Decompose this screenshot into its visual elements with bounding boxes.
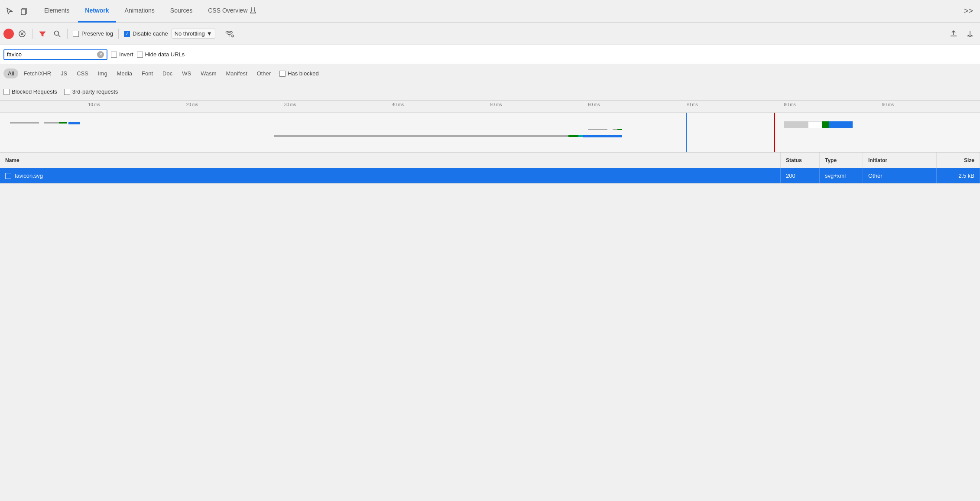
tab-network[interactable]: Network [78, 0, 116, 23]
bar-blue-1 [68, 122, 80, 124]
th-status[interactable]: Status [781, 153, 820, 168]
th-type[interactable]: Type [820, 153, 863, 168]
type-filter-bar: All Fetch/XHR JS CSS Img Media Font Doc … [0, 64, 980, 83]
tab-animations[interactable]: Animations [118, 0, 162, 23]
hide-data-urls-checkbox[interactable] [137, 52, 143, 58]
toolbar-divider-1 [32, 29, 32, 39]
throttle-arrow-icon: ▼ [207, 30, 212, 37]
ruler-mark-30ms: 30 ms [284, 102, 296, 107]
timeline-red-vline [774, 113, 775, 153]
timeline-ruler: 10 ms 20 ms 30 ms 40 ms 50 ms 60 ms 70 m… [0, 101, 980, 113]
bar-grey-3 [588, 129, 607, 130]
type-filter-doc[interactable]: Doc [158, 68, 177, 78]
type-filter-wasm[interactable]: Wasm [196, 68, 221, 78]
third-party-checkbox[interactable] [64, 89, 70, 95]
td-name: favicon.svg [0, 168, 781, 183]
type-filter-font[interactable]: Font [137, 68, 157, 78]
cursor-icon[interactable] [3, 5, 16, 17]
type-filter-fetch-xhr[interactable]: Fetch/XHR [19, 68, 55, 78]
td-status: 200 [781, 168, 820, 183]
type-filter-manifest[interactable]: Manifest [221, 68, 251, 78]
throttle-selector[interactable]: No throttling ▼ [172, 29, 215, 39]
type-filter-other[interactable]: Other [253, 68, 276, 78]
more-tabs-button[interactable]: >> [961, 7, 977, 16]
bar-box-blue [829, 121, 853, 128]
hide-data-urls-option[interactable]: Hide data URLs [137, 51, 185, 58]
table-row[interactable]: favicon.svg 200 svg+xml Other 2.5 kB [0, 168, 980, 184]
type-filter-img[interactable]: Img [94, 68, 112, 78]
th-name[interactable]: Name [0, 153, 781, 168]
bar-blue-long [583, 135, 622, 137]
ruler-mark-20ms: 20 ms [186, 102, 198, 107]
table-header: Name Status Type Initiator Size [0, 153, 980, 168]
tab-bar: Elements Network Animations Sources CSS … [0, 0, 980, 23]
upload-download-group [947, 27, 977, 40]
filter-icon-button[interactable] [36, 27, 49, 40]
ruler-mark-80ms: 80 ms [784, 102, 796, 107]
download-button[interactable] [964, 27, 977, 40]
invert-option[interactable]: Invert [111, 51, 133, 58]
row-checkbox[interactable] [5, 173, 11, 179]
wifi-settings-button[interactable] [223, 27, 236, 40]
blocked-requests-checkbox[interactable] [3, 89, 10, 95]
toolbar-divider-3 [118, 29, 119, 39]
search-button[interactable] [51, 27, 64, 40]
bar-grey-4 [613, 129, 617, 130]
tab-icon-group [3, 5, 30, 17]
flask-icon [250, 7, 256, 14]
upload-button[interactable] [947, 27, 960, 40]
ruler-mark-90ms: 90 ms [882, 102, 894, 107]
toolbar-divider-4 [219, 29, 219, 39]
bar-green-2 [568, 135, 578, 137]
tab-css-overview[interactable]: CSS Overview [201, 0, 263, 23]
type-filter-css[interactable]: CSS [72, 68, 93, 78]
bar-green-3 [617, 129, 622, 130]
bar-green-1 [59, 122, 67, 124]
timeline-content [0, 113, 980, 153]
ruler-mark-10ms: 10 ms [88, 102, 100, 107]
ruler-mark-40ms: 40 ms [392, 102, 404, 107]
blocked-requests-option[interactable]: Blocked Requests [3, 88, 57, 95]
disable-cache-label[interactable]: ✓ Disable cache [122, 30, 170, 37]
tab-elements[interactable]: Elements [37, 0, 76, 23]
network-toolbar: Preserve log ✓ Disable cache No throttli… [0, 23, 980, 45]
third-party-option[interactable]: 3rd-party requests [64, 88, 118, 95]
bar-box-grey [784, 121, 808, 128]
waterfall-row-4 [784, 121, 853, 128]
has-blocked-label: Has blocked [288, 70, 319, 77]
toolbar-divider-2 [67, 29, 68, 39]
disable-cache-checkbox[interactable]: ✓ [124, 31, 130, 37]
preserve-log-label[interactable]: Preserve log [71, 30, 115, 37]
ruler-mark-60ms: 60 ms [588, 102, 600, 107]
ruler-mark-70ms: 70 ms [686, 102, 698, 107]
record-button[interactable] [3, 29, 14, 39]
td-type: svg+xml [820, 168, 863, 183]
filter-bar: ✕ Invert Hide data URLs [0, 45, 980, 64]
waterfall-row-3 [0, 128, 980, 131]
bar-grey-end [549, 135, 568, 137]
type-filter-js[interactable]: JS [56, 68, 71, 78]
clear-search-button[interactable]: ✕ [97, 51, 104, 58]
clear-button[interactable] [16, 27, 29, 40]
td-initiator: Other [863, 168, 937, 183]
td-size: 2.5 kB [937, 168, 980, 183]
th-initiator[interactable]: Initiator [863, 153, 937, 168]
search-input[interactable] [7, 51, 97, 58]
has-blocked-option[interactable]: Has blocked [279, 70, 319, 77]
has-blocked-checkbox[interactable] [279, 71, 286, 77]
type-filter-all[interactable]: All [3, 68, 18, 78]
svg-line-4 [58, 35, 61, 37]
invert-checkbox[interactable] [111, 52, 117, 58]
search-box: ✕ [3, 49, 107, 60]
type-filter-media[interactable]: Media [113, 68, 136, 78]
timeline-area: 10 ms 20 ms 30 ms 40 ms 50 ms 60 ms 70 m… [0, 101, 980, 153]
tab-sources[interactable]: Sources [163, 0, 199, 23]
blocked-requests-bar: Blocked Requests 3rd-party requests [0, 83, 980, 101]
bar-grey-2 [44, 122, 59, 124]
th-size[interactable]: Size [937, 153, 980, 168]
svg-point-7 [232, 36, 233, 37]
type-filter-ws[interactable]: WS [178, 68, 195, 78]
bar-teal [578, 135, 583, 137]
copy-icon[interactable] [18, 5, 30, 17]
preserve-log-checkbox[interactable] [73, 31, 79, 37]
